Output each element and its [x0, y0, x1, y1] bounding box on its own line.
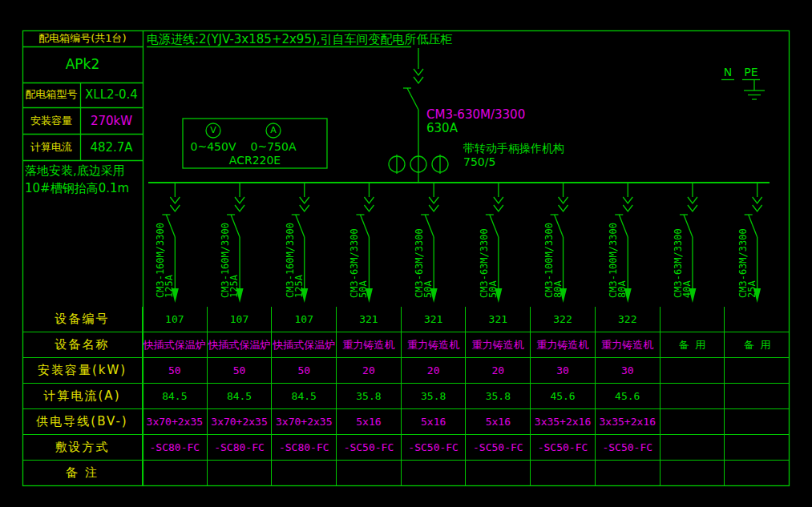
feeder-branch: CM3-100M/330080A [608, 183, 632, 303]
equipment-table: 设备编号107107107321321321322322设备名称快插式保温炉快插… [22, 307, 790, 486]
table-cell [337, 461, 402, 486]
table-cell [208, 461, 273, 486]
table-cell: 30 [531, 358, 596, 384]
table-row-label: 安装容量(kW) [22, 358, 143, 384]
feeder-branch: CM3-63M/330050A [414, 183, 438, 303]
table-cell: 20 [466, 358, 531, 384]
table-row-label: 供电导线(BV-) [22, 409, 143, 435]
table-cell [661, 461, 725, 486]
table-cell [725, 307, 790, 332]
table-cell [725, 358, 790, 384]
table-cell: 20 [402, 358, 467, 384]
panel-current-value: 482.7A [80, 140, 143, 155]
table-cell: 107 [208, 307, 273, 332]
table-cell: 321 [402, 307, 467, 332]
table-cell [661, 409, 725, 435]
voltmeter-icon: V [206, 125, 220, 135]
electrical-distribution-drawing: CM3-160M/3300125ACM3-160M/3300125ACM3-16… [0, 0, 812, 507]
panel-capacity-label: 安装容量 [22, 115, 80, 127]
outgoing-feeders: CM3-160M/3300125ACM3-160M/3300125ACM3-16… [155, 183, 762, 303]
table-cell: 35.8 [402, 384, 467, 409]
table-cell [661, 307, 725, 332]
ammeter-icon: A [266, 125, 281, 135]
incoming-breaker-rating: 630A [426, 121, 458, 135]
feeder-branch: CM3-63M/330050A [349, 183, 374, 303]
incoming-breaker-model: CM3-630M/3300 [426, 107, 525, 122]
table-cell: 重力铸造机 [402, 332, 467, 358]
table-cell [661, 435, 725, 461]
feeder-rating-label: 125A [228, 274, 240, 298]
neutral-label: N [721, 66, 735, 79]
incoming-breaker-symbol [403, 48, 423, 183]
feeder-rating-label: 50A [358, 280, 369, 298]
table-cell: 3x70+2x35 [143, 409, 208, 435]
table-row-label: 设备名称 [22, 332, 143, 358]
table-cell [661, 384, 725, 409]
table-row-label: 计算电流(A) [22, 384, 143, 409]
table-cell: -SC80-FC [143, 435, 208, 461]
table-cell: 35.8 [337, 384, 402, 409]
table-cell: 快插式保温炉 [208, 332, 273, 358]
table-cell: -SC80-FC [208, 435, 273, 461]
table-cell: 3x70+2x35 [208, 409, 273, 435]
table-cell: 5x16 [337, 409, 402, 435]
feeder-rating-label: 80A [616, 280, 628, 298]
feeder-rating-label: 80A [552, 280, 564, 298]
panel-current-label: 计算电流 [22, 141, 80, 154]
table-cell: -SC80-FC [272, 435, 337, 461]
meter-model: ACR220E [183, 154, 327, 167]
table-cell [725, 435, 790, 461]
ammeter-range: 0~750A [244, 140, 303, 154]
table-cell [596, 461, 661, 486]
table-cell [661, 358, 725, 384]
table-cell: 322 [596, 307, 661, 332]
table-cell: 35.8 [466, 384, 531, 409]
table-cell: -SC50-FC [596, 435, 661, 461]
panel-install-note-line2: 10#槽钢抬高0.1m [25, 181, 129, 195]
table-cell [466, 461, 531, 486]
incoming-ct-ratio: 750/5 [463, 155, 495, 169]
table-row-label: 敷设方式 [22, 435, 143, 461]
feeder-branch: CM3-63M/330025A [737, 183, 762, 303]
table-cell: 84.5 [143, 384, 208, 409]
table-cell: 5x16 [466, 409, 531, 435]
table-cell: -SC50-FC [402, 435, 467, 461]
table-cell: 107 [272, 307, 337, 332]
feeder-branch: CM3-100M/330080A [543, 183, 568, 303]
feeder-branch: CM3-63M/330050A [479, 183, 503, 303]
table-cell: -SC50-FC [531, 435, 596, 461]
table-cell [272, 461, 337, 486]
table-cell: 20 [337, 358, 402, 384]
table-cell: 322 [531, 307, 596, 332]
panel-model-label: 配电箱型号 [22, 88, 80, 101]
table-cell: 107 [143, 307, 208, 332]
table-cell: 重力铸造机 [466, 332, 531, 358]
table-cell: 备 用 [661, 332, 725, 358]
table-row-label: 设备编号 [22, 307, 143, 332]
table-cell [725, 384, 790, 409]
table-cell: -SC50-FC [337, 435, 402, 461]
table-cell [725, 409, 790, 435]
incoming-operator-note: 带转动手柄操作机构 [463, 142, 564, 155]
table-cell: 84.5 [208, 384, 273, 409]
table-cell: 84.5 [272, 384, 337, 409]
feeder-rating-label: 50A [422, 280, 434, 298]
table-cell: 5x16 [402, 409, 467, 435]
table-cell: 50 [208, 358, 273, 384]
table-cell: -SC50-FC [466, 435, 531, 461]
table-cell: 50 [143, 358, 208, 384]
table-cell: 重力铸造机 [531, 332, 596, 358]
table-cell [143, 461, 208, 486]
feeder-rating-label: 50A [487, 280, 499, 298]
panel-capacity-value: 270kW [80, 114, 143, 128]
table-cell: 重力铸造机 [337, 332, 402, 358]
table-cell: 45.6 [596, 384, 661, 409]
panel-box-id-label: 配电箱编号(共1台) [22, 32, 143, 45]
table-cell: 50 [272, 358, 337, 384]
table-cell: 快插式保温炉 [272, 332, 337, 358]
pe-label: PE [741, 66, 761, 79]
panel-box-id: APk2 [22, 56, 143, 72]
feeder-branch: CM3-160M/3300125A [220, 183, 244, 303]
feeder-rating-label: 125A [293, 274, 305, 298]
table-cell: 30 [596, 358, 661, 384]
